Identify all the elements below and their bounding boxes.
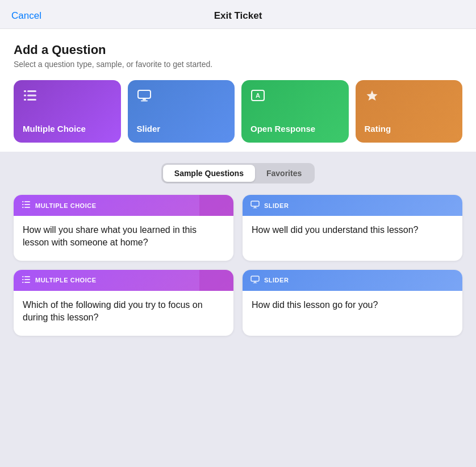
type-card-rating[interactable]: Rating [356, 80, 463, 143]
svg-rect-28 [254, 282, 256, 283]
question-text-4: How did this lesson go for you? [252, 299, 453, 311]
svg-marker-11 [366, 90, 377, 101]
card-header-4: SLIDER [243, 270, 462, 291]
type-card-label: Multiple Choice [23, 124, 86, 134]
card-body-3: Which of the following did you try to fo… [14, 291, 233, 336]
svg-rect-13 [24, 204, 30, 205]
section-subtitle: Select a question type, sample, or favor… [14, 60, 462, 69]
card-body-2: How well did you understand this lesson? [243, 216, 462, 248]
type-card-open-response[interactable]: A Open Response [241, 80, 349, 143]
card-type-label-1: MULTIPLE CHOICE [35, 202, 97, 209]
card-type-label-2: SLIDER [264, 202, 289, 209]
list-icon [23, 89, 37, 105]
textbox-icon: A [250, 89, 265, 105]
type-card-label: Slider [137, 124, 161, 134]
svg-rect-20 [253, 208, 257, 209]
svg-rect-16 [22, 204, 24, 205]
question-text-1: How will you share what you learned in t… [23, 224, 224, 249]
list-small-icon-2 [22, 276, 31, 285]
card-type-label-3: MULTIPLE CHOICE [35, 277, 97, 283]
modal-header: Cancel Exit Ticket [0, 0, 476, 29]
svg-rect-4 [24, 95, 26, 97]
question-card-4[interactable]: SLIDER How did this lesson go for you? [243, 270, 462, 336]
question-cards-grid: MULTIPLE CHOICE How will you share what … [14, 195, 462, 336]
svg-rect-25 [22, 279, 24, 280]
svg-rect-2 [27, 99, 36, 101]
svg-rect-1 [27, 95, 36, 97]
svg-text:A: A [256, 92, 260, 99]
question-text-3: Which of the following did you try to fo… [23, 299, 224, 324]
svg-rect-26 [22, 282, 24, 283]
card-header-3: MULTIPLE CHOICE [14, 270, 233, 291]
modal-title: Exit Ticket [214, 10, 262, 22]
type-card-slider[interactable]: Slider [128, 80, 235, 143]
modal-container: Cancel Exit Ticket Add a Question Select… [0, 0, 476, 467]
section-title: Add a Question [14, 43, 462, 57]
svg-rect-0 [27, 90, 36, 92]
tab-sample-questions[interactable]: Sample Questions [163, 165, 255, 182]
question-card-2[interactable]: SLIDER How well did you understand this … [243, 195, 462, 261]
question-card-3[interactable]: MULTIPLE CHOICE Which of the following d… [14, 270, 233, 336]
type-card-label: Rating [365, 124, 391, 134]
svg-rect-24 [22, 276, 24, 277]
type-card-multiple-choice[interactable]: Multiple Choice [14, 80, 121, 143]
cancel-button[interactable]: Cancel [11, 10, 41, 22]
svg-rect-29 [253, 282, 257, 283]
star-icon [365, 89, 379, 105]
svg-rect-22 [24, 279, 30, 280]
type-card-label: Open Response [250, 124, 315, 134]
monitor-small-icon-2 [250, 276, 260, 285]
card-header-2: SLIDER [243, 195, 462, 216]
svg-rect-19 [254, 207, 256, 208]
bottom-section: Sample Questions Favorites [0, 152, 476, 467]
svg-rect-14 [24, 207, 30, 208]
svg-rect-8 [141, 101, 148, 102]
svg-rect-7 [143, 99, 146, 101]
svg-rect-17 [22, 207, 24, 208]
svg-rect-5 [24, 99, 26, 101]
list-small-icon [22, 201, 31, 210]
card-body-4: How did this lesson go for you? [243, 291, 462, 323]
svg-rect-15 [22, 201, 24, 202]
top-content: Add a Question Select a question type, s… [0, 29, 476, 152]
type-cards-grid: Multiple Choice Slider A [14, 80, 462, 143]
svg-rect-6 [138, 90, 151, 98]
svg-rect-18 [251, 201, 259, 206]
question-card-1[interactable]: MULTIPLE CHOICE How will you share what … [14, 195, 233, 261]
svg-rect-12 [24, 201, 30, 202]
tabs-container: Sample Questions Favorites [161, 163, 315, 184]
monitor-small-icon [250, 201, 260, 210]
svg-rect-27 [251, 276, 259, 281]
tab-favorites[interactable]: Favorites [255, 165, 313, 182]
svg-rect-3 [24, 90, 26, 92]
card-body-1: How will you share what you learned in t… [14, 216, 233, 261]
card-type-label-4: SLIDER [264, 277, 289, 283]
svg-rect-23 [24, 282, 30, 283]
monitor-icon [137, 89, 152, 105]
svg-rect-21 [24, 276, 30, 277]
card-header-1: MULTIPLE CHOICE [14, 195, 233, 216]
question-text-2: How well did you understand this lesson? [252, 224, 453, 236]
